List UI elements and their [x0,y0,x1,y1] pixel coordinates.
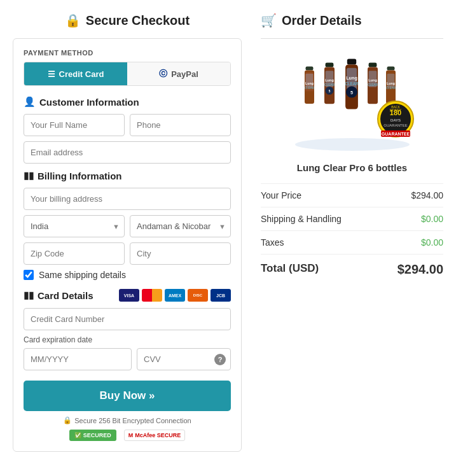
state-select[interactable]: Andaman & Nicobar [130,215,231,237]
paypal-icon: ⓒ [159,68,167,80]
taxes-row: Taxes $0.00 [261,230,443,254]
email-row [24,141,231,164]
svg-text:CLEAR: CLEAR [368,83,378,87]
credit-card-tab-label: Credit Card [59,69,104,79]
amex-icon: AMEX [165,289,185,302]
svg-text:CLEAR: CLEAR [385,87,396,90]
card-details-header: ▮▮ Card Details VISA AMEX DISC JCB [24,289,231,302]
checkout-form: 🔒 Secure Checkout PAYMENT METHOD ☰ Credi… [13,13,242,463]
checkout-title: 🔒 Secure Checkout [13,13,242,28]
taxes-label: Taxes [261,237,284,248]
zip-city-row [24,242,231,265]
lock-small-icon: 🔒 [63,416,72,424]
svg-text:BACK: BACK [391,105,400,109]
country-state-row: India ▼ Andaman & Nicobar ▼ [24,215,231,237]
svg-text:★ GUARANTEE ★: ★ GUARANTEE ★ [376,132,415,136]
jcb-icon: JCB [211,289,231,302]
buy-now-button[interactable]: Buy Now » [24,381,231,411]
same-shipping-checkbox[interactable] [24,270,34,280]
person-icon: 👤 [24,96,36,108]
svg-text:Lung: Lung [346,75,357,81]
svg-rect-4 [305,74,313,88]
name-phone-row [24,114,231,136]
svg-text:CLEAR: CLEAR [304,87,314,90]
payment-tabs: ☰ Credit Card ⓒ PayPal [24,62,231,86]
order-title: 🛒 Order Details [261,13,443,28]
svg-text:Lung: Lung [325,78,334,82]
trust-badges: ✅ SECURED M McAfee SECURE [24,430,231,441]
zip-input[interactable] [24,242,125,265]
svg-text:5: 5 [328,90,330,93]
payment-method-label: PAYMENT METHOD [24,49,231,57]
customer-info-title: 👤 Customer Information [24,96,231,108]
country-wrapper: India ▼ [24,215,125,237]
shipping-value: $0.00 [421,214,443,224]
secure-note: 🔒 Secure 256 Bit Encrypted Connection [24,416,231,424]
state-wrapper: Andaman & Nicobar ▼ [130,215,231,237]
order-divider [261,38,443,39]
card-icons-group: VISA AMEX DISC JCB [119,289,231,302]
credit-card-icon: ☰ [48,69,55,79]
checkout-box: PAYMENT METHOD ☰ Credit Card ⓒ PayPal 👤 … [13,38,242,452]
secured-badge: ✅ SECURED [69,430,116,441]
billing-info-title: ▮▮ Billing Information [24,170,231,181]
same-shipping-label: Same shipping details [39,270,126,280]
svg-rect-28 [387,74,394,88]
billing-icon: ▮▮ [24,170,34,181]
phone-input[interactable] [130,114,231,136]
shipping-label: Shipping & Handling [261,214,342,224]
shipping-row: Shipping & Handling $0.00 [261,207,443,230]
svg-point-0 [295,138,410,151]
paypal-tab[interactable]: ⓒ PayPal [127,62,230,85]
billing-address-input[interactable] [24,188,231,210]
svg-rect-14 [347,59,356,64]
paypal-tab-label: PayPal [171,69,198,79]
your-price-label: Your Price [261,190,301,200]
svg-text:5: 5 [350,90,353,95]
total-label: Total (USD) [261,262,319,277]
email-input[interactable] [24,141,231,164]
address-row [24,188,231,210]
credit-card-tab[interactable]: ☰ Credit Card [24,62,127,85]
card-icon: ▮▮ [24,290,34,301]
cart-icon: 🛒 [261,13,277,28]
svg-text:GUARANTEE: GUARANTEE [383,123,407,127]
full-name-input[interactable] [24,114,125,136]
product-name: Lung Clear Pro 6 bottles [261,162,443,173]
card-details-title: ▮▮ Card Details [24,290,93,301]
svg-text:Lung: Lung [368,78,377,82]
svg-text:Lung: Lung [305,81,314,85]
svg-rect-1 [305,67,313,71]
expiry-label: Card expiration date [24,335,231,344]
card-number-row [24,308,231,330]
order-details: 🛒 Order Details Lung CLEAR [254,13,443,463]
mcafee-icon: M [128,432,134,438]
lock-icon: 🔒 [65,13,81,28]
your-price-row: Your Price $294.00 [261,183,443,207]
svg-rect-7 [325,62,333,67]
svg-text:CLEAR: CLEAR [345,81,358,86]
mcafee-badge: M McAfee SECURE [124,430,186,441]
total-value: $294.00 [397,262,443,277]
product-image-area: Lung CLEAR Lung CLEAR 5 [261,49,443,156]
visa-icon: VISA [119,289,139,302]
svg-text:CLEAR: CLEAR [324,83,335,87]
product-image: Lung CLEAR Lung CLEAR 5 [282,49,422,154]
shield-icon: ✅ [74,432,81,438]
svg-rect-21 [368,62,377,67]
country-select[interactable]: India [24,215,125,237]
your-price-value: $294.00 [411,190,443,200]
discover-icon: DISC [188,289,208,302]
expiry-input[interactable] [24,348,132,370]
same-shipping-row: Same shipping details [24,270,231,280]
cvv-wrapper: ? [137,348,231,370]
total-row: Total (USD) $294.00 [261,254,443,283]
svg-text:Lung: Lung [387,81,395,85]
card-number-input[interactable] [24,308,231,330]
svg-rect-26 [387,67,394,71]
expiry-cvv-row: ? [24,348,231,370]
svg-text:DAYS: DAYS [390,118,401,122]
mastercard-icon [142,289,162,302]
cvv-help-icon[interactable]: ? [214,354,226,365]
city-input[interactable] [130,242,231,265]
